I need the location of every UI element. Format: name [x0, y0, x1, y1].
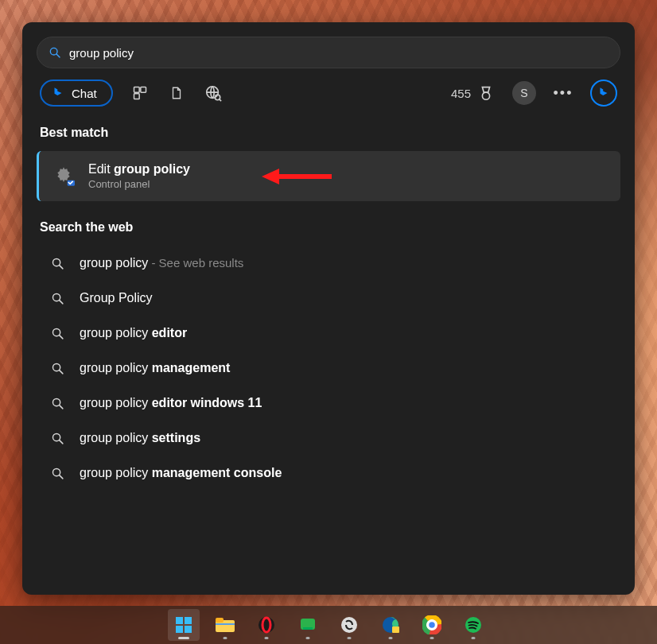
svg-line-26	[60, 475, 63, 478]
search-icon	[49, 46, 61, 59]
search-icon	[51, 432, 65, 445]
svg-line-18	[60, 335, 63, 338]
more-icon[interactable]: •••	[554, 83, 573, 103]
web-result-item[interactable]: group policy editor	[35, 316, 622, 351]
web-result-text: group policy editor windows 11	[80, 396, 262, 410]
svg-rect-2	[134, 87, 139, 93]
documents-tab-icon[interactable]	[167, 83, 186, 103]
best-match-title-bold: group policy	[114, 162, 190, 176]
web-result-text: group policy management	[80, 361, 230, 375]
taskbar-opera[interactable]	[251, 609, 282, 641]
svg-line-7	[219, 99, 220, 101]
svg-rect-3	[141, 87, 146, 93]
taskbar-start[interactable]	[168, 609, 200, 641]
web-result-text: group policy - See web results	[80, 256, 243, 270]
taskbar-edge-dev[interactable]	[375, 609, 406, 641]
svg-marker-12	[262, 169, 279, 184]
web-results-list: group policy - See web resultsGroup Poli…	[35, 246, 622, 491]
best-match-text: Edit group policy Control panel	[88, 162, 190, 190]
web-result-text: Group Policy	[80, 291, 153, 305]
svg-rect-4	[134, 94, 139, 99]
svg-rect-28	[185, 617, 192, 624]
rewards-points[interactable]: 455	[451, 84, 495, 102]
svg-point-34	[259, 617, 274, 633]
svg-rect-40	[392, 627, 399, 633]
chat-label: Chat	[72, 87, 97, 100]
svg-point-38	[341, 617, 357, 633]
taskbar-explorer[interactable]	[209, 609, 241, 641]
taskbar-spotify[interactable]	[457, 609, 489, 641]
search-toolbar: Chat 455 S •••	[35, 80, 622, 121]
web-result-text: group policy editor	[80, 326, 187, 340]
gear-icon	[52, 165, 76, 188]
annotation-arrow	[262, 167, 333, 186]
web-result-item[interactable]: group policy editor windows 11	[35, 386, 622, 421]
search-icon	[51, 397, 65, 410]
chat-tab[interactable]: Chat	[40, 80, 113, 107]
user-avatar[interactable]: S	[512, 81, 536, 105]
web-result-item[interactable]: group policy management console	[35, 456, 622, 491]
taskbar	[0, 606, 657, 644]
points-value: 455	[451, 87, 471, 100]
best-match-heading: Best match	[40, 126, 622, 140]
web-result-item[interactable]: Group Policy	[35, 281, 622, 316]
svg-point-8	[482, 92, 489, 99]
apps-tab-icon[interactable]	[130, 83, 150, 103]
search-input[interactable]	[69, 46, 608, 60]
search-box[interactable]	[37, 37, 620, 68]
svg-rect-33	[216, 623, 235, 625]
rewards-icon	[477, 84, 495, 102]
search-icon	[51, 467, 65, 480]
web-result-text: group policy settings	[80, 431, 200, 445]
bing-chat-icon	[51, 86, 65, 100]
svg-rect-37	[303, 627, 313, 630]
web-result-item[interactable]: group policy settings	[35, 421, 622, 456]
search-panel: Chat 455 S ••• Best match	[22, 22, 635, 595]
svg-line-16	[60, 300, 63, 303]
search-web-heading: Search the web	[40, 220, 622, 235]
best-match-result[interactable]: Edit group policy Control panel	[37, 151, 620, 201]
web-tab-icon[interactable]	[204, 83, 223, 103]
web-result-item[interactable]: group policy - See web results	[35, 246, 622, 281]
search-icon	[51, 362, 65, 375]
best-match-title-prefix: Edit	[88, 162, 114, 176]
search-icon	[51, 327, 65, 340]
best-match-subtitle: Control panel	[88, 178, 190, 190]
svg-rect-29	[176, 626, 183, 633]
svg-rect-30	[185, 626, 192, 633]
web-result-item[interactable]: group policy management	[35, 351, 622, 386]
avatar-letter: S	[520, 87, 527, 99]
web-result-text: group policy management console	[80, 466, 282, 480]
search-icon	[51, 257, 65, 270]
svg-line-22	[60, 405, 63, 408]
taskbar-sync[interactable]	[333, 609, 365, 641]
svg-rect-27	[176, 617, 183, 624]
svg-line-20	[60, 370, 63, 373]
svg-line-14	[60, 265, 63, 268]
search-icon	[51, 292, 65, 305]
taskbar-chrome[interactable]	[416, 609, 448, 641]
svg-line-24	[60, 440, 63, 443]
taskbar-dev-chat[interactable]	[292, 609, 324, 641]
bing-chat-button[interactable]	[590, 80, 617, 107]
svg-rect-32	[216, 618, 224, 623]
svg-line-1	[56, 54, 60, 57]
